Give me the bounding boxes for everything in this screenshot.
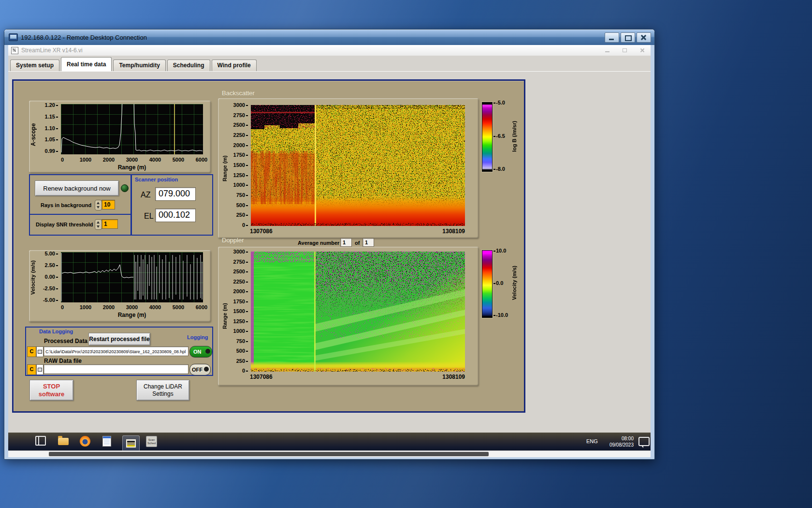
el-value-field[interactable]: 000.102 <box>155 209 196 222</box>
change-line1: Change LiDAR <box>144 383 182 390</box>
background-led <box>121 184 129 192</box>
rdp-icon <box>9 33 18 41</box>
app-minimize-button[interactable] <box>605 48 610 53</box>
tab-system-setup[interactable]: System setup <box>10 60 59 71</box>
rays-spinner[interactable] <box>95 200 102 210</box>
notifications-button[interactable] <box>638 437 650 446</box>
rays-value-field[interactable]: 10 <box>102 200 115 209</box>
firefox-button[interactable] <box>80 436 90 447</box>
data-logging-box: Data Logging Processed Data file Restart… <box>25 327 213 376</box>
tick-label: 1.15 <box>45 114 58 120</box>
processed-path-field[interactable]: C:\Lidar\Data\Proc\2023\202308\20230809\… <box>44 346 188 356</box>
raw-drive-selector[interactable]: C <box>27 364 36 375</box>
tick-label: 2000 <box>233 143 248 148</box>
average-number-label: Average number <box>298 240 339 246</box>
raw-path-field[interactable] <box>44 364 188 374</box>
raw-logging-toggle[interactable]: OFF <box>189 364 211 375</box>
taskbar-clock[interactable]: 08:00 09/08/2023 <box>604 435 634 448</box>
raw-data-file-label: RAW Data file <box>44 358 82 364</box>
tab-strip: System setup Real time data Temp/humidit… <box>8 56 651 71</box>
tick-label: 0 <box>54 304 71 310</box>
file-explorer-button[interactable] <box>58 436 69 445</box>
az-value-field[interactable]: 079.000 <box>155 187 196 201</box>
backscatter-plot-area <box>251 105 465 226</box>
tab-real-time-data[interactable]: Real time data <box>61 57 112 71</box>
minimize-icon <box>605 51 609 52</box>
tab-page: A-scope 1.201.151.101.050.99 01000200030… <box>8 71 651 433</box>
tick-label: 6000 <box>193 304 210 310</box>
background-controls-box: Renew background now Rays in background … <box>29 174 131 215</box>
tick-label: 4000 <box>147 304 163 310</box>
doppler-colorbar-ticks: 10.00.0-10.0 <box>493 248 513 318</box>
processed-browse-icon[interactable] <box>36 346 44 357</box>
a-scope-trace <box>61 104 203 152</box>
restart-processed-file-button[interactable]: Restart processed file <box>88 333 150 345</box>
stop-software-button[interactable]: STOP software <box>29 380 73 401</box>
tick-label: 750 <box>236 193 248 198</box>
a-scope-graph: A-scope 1.201.151.101.050.99 01000200030… <box>29 101 211 173</box>
streamline-app-button-active[interactable] <box>122 437 140 451</box>
tab-temp-humidity[interactable]: Temp/humidity <box>113 60 165 71</box>
doppler-title: Doppler <box>222 237 244 244</box>
scan-scheduler-button[interactable]: Scan Sched <box>146 436 157 447</box>
snr-value-field[interactable]: 1 <box>102 219 118 229</box>
scan-icon-line2: Sched <box>146 442 157 445</box>
tab-wind-profile[interactable]: Wind profile <box>212 60 257 71</box>
raw-browse-icon[interactable] <box>36 364 44 375</box>
tick-label: 1250 <box>233 173 248 178</box>
front-panel: A-scope 1.201.151.101.050.99 01000200030… <box>12 79 525 413</box>
tick-label: 1250 <box>233 319 248 324</box>
rdp-maximize-button[interactable] <box>621 32 635 43</box>
tick-label: 2000 <box>233 289 248 294</box>
tick-label: 0 <box>54 157 71 163</box>
tick-label: 1.10 <box>45 126 58 131</box>
remote-taskbar: Scan Sched ENG 08:00 09/08/2023 <box>8 433 651 451</box>
horizontal-scrollbar[interactable] <box>8 450 651 457</box>
scanner-position-title: Scanner position <box>135 177 178 182</box>
task-view-button[interactable] <box>35 436 46 446</box>
tick-label: 500 <box>236 203 248 208</box>
tick-label: 5000 <box>170 304 187 310</box>
notepad-icon <box>102 436 111 447</box>
change-lidar-settings-button[interactable]: Change LiDAR Settings <box>136 380 189 401</box>
app-close-button[interactable] <box>640 48 645 53</box>
language-indicator[interactable]: ENG <box>586 438 598 444</box>
rdp-titlebar[interactable]: 192.168.0.122 - Remote Desktop Connectio… <box>4 30 654 45</box>
tick-label: 1500 <box>233 309 248 314</box>
snr-spinner[interactable] <box>95 219 102 230</box>
app-maximize-button[interactable] <box>623 48 627 53</box>
notepad-button[interactable] <box>102 436 111 447</box>
chat-bubble-icon <box>638 437 650 446</box>
renew-background-button[interactable]: Renew background now <box>35 180 119 196</box>
task-view-icon <box>35 436 46 446</box>
backscatter-colorbar-label: log B (/m/sr) <box>511 110 517 163</box>
tick-label: 250 <box>236 212 248 218</box>
tick-label: 250 <box>236 359 248 364</box>
tick-label: -5.0 <box>493 100 505 105</box>
average-total-field[interactable]: 1 <box>362 238 374 247</box>
tick-label: -10.0 <box>493 313 508 318</box>
scrollbar-thumb[interactable] <box>49 452 489 456</box>
maximize-icon <box>625 35 632 41</box>
tick-label: 1.20 <box>45 103 58 108</box>
processed-drive-selector[interactable]: C <box>27 346 36 357</box>
tick-label: 1000 <box>233 182 248 188</box>
rdp-minimize-button[interactable] <box>605 32 619 43</box>
clock-date: 09/08/2023 <box>604 442 634 448</box>
app-titlebar[interactable]: StreamLine XR v14-6.vi <box>8 45 651 56</box>
tick-label: 0.0 <box>493 281 503 286</box>
processed-logging-toggle[interactable]: ON <box>189 346 212 358</box>
average-number-field[interactable]: 1 <box>340 238 352 247</box>
el-label: EL <box>144 212 154 221</box>
rdp-close-button[interactable] <box>637 32 651 43</box>
tick-label: 3000 <box>124 157 140 163</box>
tick-label: 3000 <box>233 103 248 108</box>
tick-label: 0.99 <box>45 149 58 154</box>
backscatter-colorbar <box>482 102 493 172</box>
tick-label: 1000 <box>77 304 94 310</box>
tick-label: 4000 <box>147 157 163 163</box>
tick-label: -5.00 <box>43 298 58 303</box>
tab-scheduling[interactable]: Scheduling <box>167 60 210 71</box>
change-line2: Settings <box>152 390 173 398</box>
tick-label: -8.0 <box>493 166 505 172</box>
